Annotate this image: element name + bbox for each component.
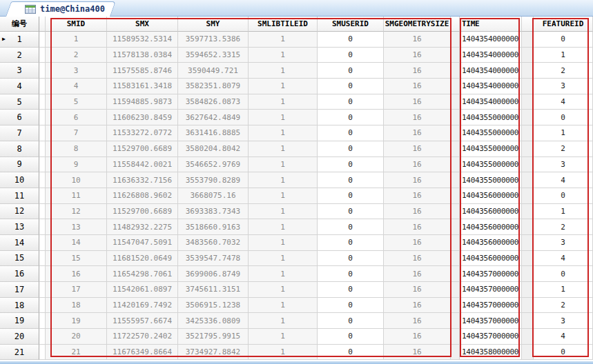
cell-smgeometrysize[interactable]: 16	[384, 282, 451, 298]
cell-smy[interactable]: 3521795.9915	[178, 329, 249, 345]
cell-smuserid[interactable]: 0	[318, 63, 384, 79]
row-number[interactable]: 18	[0, 298, 39, 314]
cell-smgeometrysize[interactable]: 16	[384, 219, 451, 235]
cell-smid[interactable]: 16	[46, 266, 107, 282]
cell-smid[interactable]: 6	[46, 110, 107, 125]
cell-smlibtileid[interactable]: 1	[249, 79, 318, 94]
column-header-smx[interactable]: SMX	[107, 17, 178, 32]
cell-smy[interactable]: 3627642.4849	[178, 110, 249, 125]
cell-smx[interactable]: 11575585.8746	[107, 63, 178, 79]
cell-time[interactable]: 1404354000000	[460, 63, 522, 79]
cell-smid[interactable]: 14	[46, 235, 107, 251]
cell-smy[interactable]: 3506915.1238	[178, 298, 249, 314]
cell-featureid[interactable]: 3	[534, 235, 593, 251]
row-number[interactable]: 19	[0, 313, 39, 329]
cell-smy[interactable]: 3745611.3151	[178, 282, 249, 298]
cell-smgeometrysize[interactable]: 16	[384, 125, 451, 141]
cell-smlibtileid[interactable]: 1	[249, 157, 318, 173]
cell-smid[interactable]: 8	[46, 141, 107, 157]
cell-smy[interactable]: 3590449.721	[178, 63, 249, 79]
cell-smuserid[interactable]: 0	[318, 282, 384, 298]
cell-smuserid[interactable]: 0	[318, 345, 384, 361]
cell-featureid[interactable]: 2	[534, 63, 593, 79]
cell-smid[interactable]: 10	[46, 172, 107, 188]
cell-smx[interactable]: 11533272.0772	[107, 125, 178, 141]
cell-featureid[interactable]: 4	[534, 251, 593, 267]
cell-smuserid[interactable]: 0	[318, 110, 384, 125]
cell-featureid[interactable]: 3	[534, 79, 593, 94]
row-number[interactable]: 3	[0, 63, 39, 79]
cell-featureid[interactable]: 2	[534, 298, 593, 314]
cell-smlibtileid[interactable]: 1	[249, 141, 318, 157]
cell-smuserid[interactable]: 0	[318, 157, 384, 173]
cell-smuserid[interactable]: 0	[318, 79, 384, 94]
cell-smgeometrysize[interactable]: 16	[384, 298, 451, 314]
cell-smid[interactable]: 20	[46, 329, 107, 345]
cell-smx[interactable]: 11482932.2275	[107, 219, 178, 235]
row-number[interactable]: 8	[0, 141, 39, 157]
cell-smy[interactable]: 3553790.8289	[178, 172, 249, 188]
cell-smid[interactable]: 19	[46, 313, 107, 329]
cell-smlibtileid[interactable]: 1	[249, 94, 318, 110]
cell-smgeometrysize[interactable]: 16	[384, 63, 451, 79]
cell-smgeometrysize[interactable]: 16	[384, 188, 451, 204]
cell-smy[interactable]: 3668075.16	[178, 188, 249, 204]
cell-smlibtileid[interactable]: 1	[249, 172, 318, 188]
cell-time[interactable]: 1404357000000	[460, 329, 522, 345]
row-number[interactable]: 11	[0, 188, 39, 204]
cell-time[interactable]: 1404356000000	[460, 219, 522, 235]
cell-smy[interactable]: 3584826.0873	[178, 94, 249, 110]
cell-time[interactable]: 1404357000000	[460, 313, 522, 329]
cell-smuserid[interactable]: 0	[318, 94, 384, 110]
cell-smlibtileid[interactable]: 1	[249, 48, 318, 63]
cell-smuserid[interactable]: 0	[318, 235, 384, 251]
row-number[interactable]: 16	[0, 266, 39, 282]
cell-time[interactable]: 1404354000000	[460, 94, 522, 110]
cell-time[interactable]: 1404356000000	[460, 251, 522, 267]
cell-smid[interactable]: 13	[46, 219, 107, 235]
cell-time[interactable]: 1404354000000	[460, 79, 522, 94]
cell-smid[interactable]: 15	[46, 251, 107, 267]
cell-smy[interactable]: 3699006.8749	[178, 266, 249, 282]
cell-smlibtileid[interactable]: 1	[249, 282, 318, 298]
row-number[interactable]: 1▶	[0, 32, 39, 48]
cell-smlibtileid[interactable]: 1	[249, 204, 318, 220]
cell-smy[interactable]: 3594652.3315	[178, 48, 249, 63]
cell-smx[interactable]: 11420169.7492	[107, 298, 178, 314]
cell-smgeometrysize[interactable]: 16	[384, 235, 451, 251]
cell-smid[interactable]: 11	[46, 188, 107, 204]
row-number[interactable]: 4	[0, 79, 39, 94]
cell-featureid[interactable]: 0	[534, 188, 593, 204]
cell-featureid[interactable]: 0	[534, 345, 593, 361]
cell-smlibtileid[interactable]: 1	[249, 298, 318, 314]
cell-smy[interactable]: 3580204.8042	[178, 141, 249, 157]
cell-smx[interactable]: 11594885.9873	[107, 94, 178, 110]
cell-smid[interactable]: 3	[46, 63, 107, 79]
cell-time[interactable]: 1404355000000	[460, 110, 522, 125]
cell-smx[interactable]: 11542061.0897	[107, 282, 178, 298]
cell-smy[interactable]: 3734927.8842	[178, 345, 249, 361]
cell-smgeometrysize[interactable]: 16	[384, 313, 451, 329]
row-number[interactable]: 9	[0, 157, 39, 173]
cell-smlibtileid[interactable]: 1	[249, 235, 318, 251]
cell-smgeometrysize[interactable]: 16	[384, 48, 451, 63]
cell-smuserid[interactable]: 0	[318, 313, 384, 329]
cell-time[interactable]: 1404355000000	[460, 125, 522, 141]
cell-smgeometrysize[interactable]: 16	[384, 172, 451, 188]
cell-smx[interactable]: 11547047.5091	[107, 235, 178, 251]
cell-smuserid[interactable]: 0	[318, 251, 384, 267]
cell-smx[interactable]: 11529700.6689	[107, 141, 178, 157]
cell-time[interactable]: 1404357000000	[460, 298, 522, 314]
cell-smlibtileid[interactable]: 1	[249, 266, 318, 282]
cell-smuserid[interactable]: 0	[318, 125, 384, 141]
cell-smid[interactable]: 1	[46, 32, 107, 48]
row-number[interactable]: 13	[0, 219, 39, 235]
column-header-featureid[interactable]: FEATUREID	[534, 17, 593, 32]
cell-time[interactable]: 1404356000000	[460, 204, 522, 220]
cell-featureid[interactable]: 1	[534, 282, 593, 298]
cell-smy[interactable]: 3631416.8885	[178, 125, 249, 141]
cell-smid[interactable]: 21	[46, 345, 107, 361]
cell-smx[interactable]: 11589532.5314	[107, 32, 178, 48]
cell-smgeometrysize[interactable]: 16	[384, 204, 451, 220]
cell-smlibtileid[interactable]: 1	[249, 329, 318, 345]
